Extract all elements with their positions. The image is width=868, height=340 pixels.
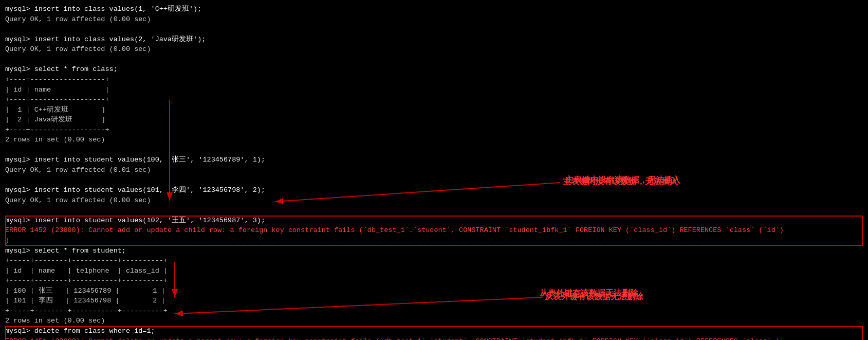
line-6 bbox=[5, 55, 863, 65]
line-1: mysql> insert into class values(1, 'C++研… bbox=[5, 4, 863, 14]
line-27: | id | name | telphone | class_id | bbox=[5, 266, 863, 276]
line-32: 2 rows in set (0.00 sec) bbox=[5, 316, 863, 326]
line-19: mysql> insert into student values(101, '… bbox=[5, 185, 863, 195]
line-3 bbox=[5, 24, 863, 34]
line-17: Query OK, 1 row affected (0.01 sec) bbox=[5, 165, 863, 175]
line-21 bbox=[5, 205, 863, 216]
line-28: +-----+--------+-----------+----------+ bbox=[5, 276, 863, 286]
line-25: mysql> select * from student; bbox=[5, 246, 863, 256]
line-22: mysql> insert into student values(102, '… bbox=[5, 216, 863, 226]
line-20: Query OK, 1 row affected (0.00 sec) bbox=[5, 195, 863, 206]
line-11: | 1 | C++研发班 | bbox=[5, 105, 863, 115]
line-2: Query OK, 1 row affected (0.00 sec) bbox=[5, 14, 863, 25]
line-18 bbox=[5, 175, 863, 186]
line-10: +----+------------------+ bbox=[5, 95, 863, 105]
line-14: 2 rows in set (0.00 sec) bbox=[5, 135, 863, 145]
error-box-2: mysql> delete from class where id=1; ERR… bbox=[5, 326, 863, 340]
line-5: Query OK, 1 row affected (0.00 sec) bbox=[5, 44, 863, 55]
line-16: mysql> insert into student values(100, '… bbox=[5, 155, 863, 165]
line-13: +----+------------------+ bbox=[5, 125, 863, 135]
line-24: ) bbox=[5, 236, 863, 246]
line-29: | 100 | 张三 | 123456789 | 1 | bbox=[5, 286, 863, 296]
line-30: | 101 | 李四 | 123456798 | 2 | bbox=[5, 296, 863, 306]
line-15 bbox=[5, 145, 863, 155]
annotation-1: 主表键内没有该数据，无法插入 bbox=[565, 175, 680, 187]
annotation-2: 从表外键有该数据无法删除 bbox=[540, 288, 638, 300]
line-33: mysql> delete from class where id=1; bbox=[5, 326, 863, 336]
line-8: +----+------------------+ bbox=[5, 75, 863, 85]
line-26: +-----+--------+-----------+----------+ bbox=[5, 256, 863, 266]
line-4: mysql> insert into class values(2, 'Java… bbox=[5, 34, 863, 45]
line-34: ERROR 1451 (23000): Cannot delete or upd… bbox=[5, 336, 863, 340]
line-9: | id | name | bbox=[5, 85, 863, 95]
line-12: | 2 | Java研发班 | bbox=[5, 115, 863, 125]
line-31: +-----+--------+-----------+----------+ bbox=[5, 306, 863, 316]
line-23: ERROR 1452 (23000): Cannot add or update… bbox=[5, 225, 863, 236]
terminal: mysql> insert into class values(1, 'C++研… bbox=[0, 0, 868, 340]
error-box-1: mysql> insert into student values(102, '… bbox=[5, 216, 863, 246]
line-7: mysql> select * from class; bbox=[5, 64, 863, 75]
